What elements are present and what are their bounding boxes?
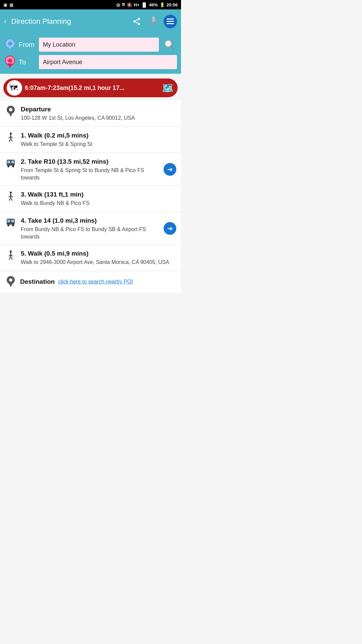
step-2-title: 2. Take R10 (13.5 mi,52 mins) [21,158,160,166]
destination-link[interactable]: click here to search nearby POI [58,279,133,285]
route-summary-app-icon: 🗺 A [7,80,22,96]
back-button[interactable]: ‹ [4,17,6,26]
step-2-content: 2. Take R10 (13.5 mi,52 mins) From Templ… [21,158,160,181]
svg-rect-46 [11,220,14,222]
wifi-icon: ▦ [9,2,13,7]
departure-desc: 100-128 W 1st St, Los Angeles, CA 90012,… [21,114,176,122]
step-1-content: 1. Walk (0.2 mi,5 mins) Walk to Temple S… [21,131,176,148]
svg-line-54 [9,257,11,260]
bluetooth-icon: 𝔅 [122,2,125,7]
signal-bars: ▐▌ [141,2,147,7]
app-header: ‹ Direction Planning [0,9,181,34]
step-4-bus: 4. Take 14 (1.0 mi,3 mins) From Bundy NB… [0,212,181,245]
walk-icon-5 [5,250,17,261]
steps-list: Departure 100-128 W 1st St, Los Angeles,… [0,101,181,292]
svg-point-57 [9,278,12,282]
from-row: From [4,37,177,52]
svg-rect-45 [7,220,10,222]
svg-marker-25 [9,113,13,117]
time-display: 20:56 [167,2,178,7]
svg-rect-34 [11,161,14,163]
departure-title: Departure [21,105,176,114]
svg-line-4 [135,19,138,21]
step-1-desc: Walk to Temple St & Spring St [21,141,176,148]
status-right-info: ◎ 𝔅 🔇 H+ ▐▌ 46% 🔋 20:56 [116,2,178,7]
step-4-content: 4. Take 14 (1.0 mi,3 mins) From Bundy NB… [21,217,160,240]
step-5-title: 5. Walk (0.5 mi,9 mins) [21,250,176,258]
step-departure: Departure 100-128 W 1st St, Los Angeles,… [0,101,181,127]
svg-point-15 [166,41,171,46]
bus-icon-2 [5,158,17,168]
destination-pin-icon [5,276,17,288]
svg-point-38 [10,192,12,194]
to-pin-icon [4,56,16,68]
mute-icon: 🔇 [127,2,132,7]
microphone-button[interactable] [147,15,160,28]
from-label: From [19,41,36,49]
location-status-icon: ◎ [116,2,120,7]
step-1-title: 1. Walk (0.2 mi,5 mins) [21,131,176,140]
svg-point-49 [12,224,14,226]
battery-icon: 🔋 [160,2,165,7]
status-bar: ▣ ▦ ◎ 𝔅 🔇 H+ ▐▌ 46% 🔋 20:56 [0,0,181,9]
svg-rect-35 [7,163,15,165]
step-5-desc: Walk to 2946-3000 Airport Ave, Santa Mon… [21,259,176,266]
svg-rect-9 [167,21,174,22]
route-summary[interactable]: 🗺 A 6:07am-7:23am(15.2 mi,1 hour 17... 🗺… [3,78,178,97]
page-title: Direction Planning [11,17,127,26]
walk-icon-1 [5,131,17,143]
svg-point-0 [138,18,140,20]
step-4-towards: towards [21,234,160,240]
destination-row: Destination click here to search nearby … [0,271,181,292]
svg-line-55 [11,257,12,260]
svg-rect-10 [167,23,174,24]
status-left-icons: ▣ ▦ [3,2,13,7]
step-3-desc: Walk to Bundy NB & Pico FS [21,200,176,207]
route-map-button[interactable]: 🗺️ [161,81,174,95]
step-5-walk: 5. Walk (0.5 mi,9 mins) Walk to 2946-300… [0,245,181,271]
step-2-desc: From Temple St & Spring St to Bundy NB &… [21,167,160,174]
to-input[interactable] [39,55,177,69]
from-pin-icon [4,39,16,51]
menu-button[interactable] [164,15,177,28]
departure-content: Departure 100-128 W 1st St, Los Angeles,… [21,105,176,122]
to-label: To [19,58,36,66]
svg-marker-19 [7,63,13,68]
svg-point-26 [10,132,12,135]
search-button[interactable] [162,37,177,52]
to-row: To [4,55,177,69]
share-button[interactable] [130,15,143,28]
svg-rect-8 [167,18,174,19]
battery-percent: 46% [149,2,158,7]
destination-label: Destination [20,278,55,285]
step-5-content: 5. Walk (0.5 mi,9 mins) Walk to 2946-300… [21,250,176,266]
svg-point-48 [7,224,9,226]
image-icon: ▣ [3,2,7,7]
step-4-desc: From Bundy NB & Pico FS to Bundy SB & Ai… [21,226,160,233]
svg-rect-33 [7,161,10,163]
step-3-walk: 3. Walk (131 ft,1 min) Walk to Bundy NB … [0,186,181,212]
svg-point-18 [8,59,12,63]
svg-rect-47 [7,222,15,224]
step-3-content: 3. Walk (131 ft,1 min) Walk to Bundy NB … [21,191,176,207]
svg-point-12 [8,42,12,46]
svg-line-16 [171,46,174,49]
bus-icon-4 [5,217,17,227]
svg-line-3 [135,22,138,23]
network-icon: H+ [134,2,139,7]
step-4-title: 4. Take 14 (1.0 mi,3 mins) [21,217,160,225]
from-input[interactable] [39,38,159,52]
step-4-arrow[interactable]: ➔ [164,222,176,235]
from-to-section: From To [0,34,181,74]
svg-point-50 [10,251,12,253]
step-2-arrow[interactable]: ➔ [164,163,176,176]
step-1-walk: 1. Walk (0.2 mi,5 mins) Walk to Temple S… [0,127,181,153]
departure-pin-icon [5,105,17,117]
svg-line-43 [11,198,12,201]
svg-text:A: A [9,83,12,88]
svg-marker-58 [9,283,13,287]
svg-point-37 [12,165,14,167]
step-2-towards: towards [21,175,160,181]
svg-point-36 [7,165,9,167]
step-2-bus: 2. Take R10 (13.5 mi,52 mins) From Templ… [0,153,181,186]
